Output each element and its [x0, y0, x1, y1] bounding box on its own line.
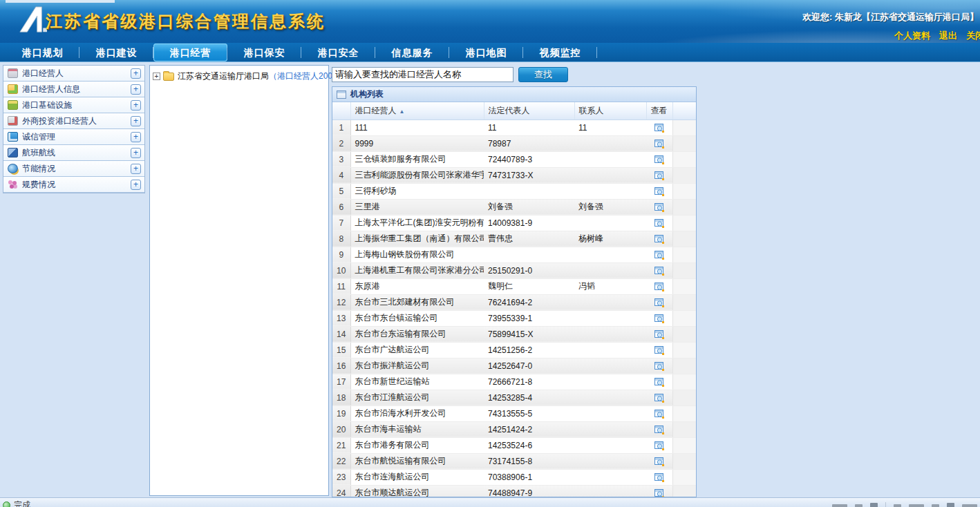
view-details-icon[interactable]: [654, 218, 665, 229]
table-row[interactable]: 14 东台市台东运输有限公司 75899415-X: [332, 326, 696, 342]
banner-link[interactable]: 个人资料: [894, 30, 930, 42]
nav-tab[interactable]: 视频监控: [523, 43, 597, 62]
sidebar-item[interactable]: 港口经营人 +: [3, 66, 144, 82]
view-details-icon[interactable]: [654, 313, 665, 324]
view-details-icon[interactable]: [654, 154, 665, 165]
row-spacer: [672, 119, 696, 135]
table-row[interactable]: 12 东台市三北郊建材有限公司 76241694-2: [332, 294, 696, 310]
view-details-icon[interactable]: [654, 249, 665, 260]
view-details-icon[interactable]: [654, 233, 665, 245]
cell-legal-rep: 14251256-2: [484, 342, 574, 358]
table-row[interactable]: 8 上海振华重工集团（南通）有限公司 曹伟忠 杨树峰: [332, 231, 696, 247]
table-row[interactable]: 18 东台市江淮航运公司 14253285-4: [332, 390, 696, 405]
table-row[interactable]: 24 东台市顺达航运公司 74488947-9: [332, 485, 696, 497]
column-header-view[interactable]: 查看: [646, 102, 672, 119]
nav-tab[interactable]: 港口保安: [227, 43, 301, 62]
cell-contact: [574, 294, 646, 310]
table-row[interactable]: 20 东台市海丰运输站 14251424-2: [332, 421, 696, 437]
table-row[interactable]: 2 9999 78987: [332, 135, 696, 151]
table-row[interactable]: 10 上海港机重工有限公司张家港分公司 25150291-0: [332, 262, 696, 278]
view-details-icon[interactable]: [654, 376, 665, 388]
expand-plus-button[interactable]: +: [131, 100, 141, 111]
sidebar-item[interactable]: 港口基础设施 +: [3, 97, 144, 113]
expand-plus-button[interactable]: +: [131, 148, 141, 158]
view-details-icon[interactable]: [654, 424, 665, 435]
search-button[interactable]: 查找: [518, 67, 568, 82]
row-spacer: [672, 199, 696, 215]
taskbar-icon: [894, 504, 901, 507]
taskbar-icon: [832, 504, 847, 507]
view-details-icon[interactable]: [654, 408, 665, 419]
table-row[interactable]: 7 上海太平洋化工(集团)淮安元明粉有... 14009381-9: [332, 215, 696, 231]
view-details-icon[interactable]: [654, 122, 665, 133]
expand-plus-button[interactable]: +: [131, 84, 141, 95]
view-details-icon[interactable]: [654, 361, 665, 372]
nav-tab[interactable]: 港口建设: [79, 43, 153, 62]
app-logo-icon: [18, 6, 47, 39]
table-row[interactable]: 16 东台市振洋航运公司 14252647-0: [332, 358, 696, 374]
nav-tab[interactable]: 港口经营: [153, 44, 227, 61]
table-row[interactable]: 3 三仓镇装卸服务有限公司 72440789-3: [332, 151, 696, 167]
view-details-icon[interactable]: [654, 456, 665, 467]
view-details-icon[interactable]: [654, 170, 665, 181]
view-details-icon[interactable]: [654, 281, 665, 292]
nav-tab[interactable]: 港口规划: [6, 43, 79, 62]
cell-legal-rep: 75899415-X: [484, 326, 574, 342]
nav-tab[interactable]: 信息服务: [375, 43, 449, 62]
table-row[interactable]: 5 三得利砂场: [332, 183, 696, 199]
view-details-icon[interactable]: [654, 329, 665, 340]
sidebar-item[interactable]: 规费情况 +: [3, 177, 144, 193]
table-row[interactable]: 11 东原港 魏明仁 冯韬: [332, 278, 696, 294]
table-row[interactable]: 1 111 11 11: [332, 119, 696, 135]
sidebar-item[interactable]: 外商投资港口经营人 +: [3, 113, 144, 129]
sidebar-item[interactable]: 航班航线 +: [3, 145, 144, 161]
cell-operator-name: 东台市振洋航运公司: [350, 358, 484, 374]
column-header-legal-rep[interactable]: 法定代表人: [484, 102, 574, 119]
table-row[interactable]: 15 东台市广达航运公司 14251256-2: [332, 342, 696, 358]
sidebar-item[interactable]: 诚信管理 +: [3, 129, 144, 145]
view-details-icon[interactable]: [654, 488, 665, 498]
view-details-icon[interactable]: [654, 440, 665, 451]
banner-link[interactable]: 关闭: [966, 30, 980, 42]
table-row[interactable]: 6 三里港 刘备强 刘备强: [332, 199, 696, 215]
tree-root-node[interactable]: + 江苏省交通运输厅港口局 （港口经营人2007）: [150, 66, 328, 82]
view-details-icon[interactable]: [654, 392, 665, 403]
banner-link[interactable]: 退出: [939, 30, 957, 42]
table-row[interactable]: 21 东台市港务有限公司 14253524-6: [332, 437, 696, 453]
view-details-icon[interactable]: [654, 138, 665, 149]
expand-plus-button[interactable]: +: [131, 164, 141, 174]
expand-plus-button[interactable]: +: [131, 132, 141, 142]
row-spacer: [672, 421, 696, 437]
expand-plus-button[interactable]: +: [131, 180, 141, 190]
sidebar-item[interactable]: 节能情况 +: [3, 161, 144, 177]
view-details-icon[interactable]: [654, 345, 665, 356]
tree-expand-icon[interactable]: +: [153, 73, 160, 80]
expand-plus-button[interactable]: +: [131, 116, 141, 126]
view-details-icon[interactable]: [654, 297, 665, 308]
table-row[interactable]: 23 东台市连海航运公司 70388906-1: [332, 469, 696, 485]
table-row[interactable]: 13 东台市东台镇运输公司 73955339-1: [332, 310, 696, 326]
column-header-contact[interactable]: 联系人: [574, 102, 646, 119]
view-details-icon[interactable]: [654, 186, 665, 197]
search-input[interactable]: [332, 67, 513, 82]
taskbar-separator: [885, 502, 886, 507]
nav-tab[interactable]: 港口安全: [301, 43, 375, 62]
table-row[interactable]: 9 上海梅山钢铁股份有限公司: [332, 247, 696, 262]
row-number: 4: [332, 167, 350, 183]
view-details-icon[interactable]: [654, 265, 665, 276]
view-details-icon[interactable]: [654, 202, 665, 213]
expand-plus-button[interactable]: +: [131, 68, 141, 79]
table-row[interactable]: 4 三吉利能源股份有限公司张家港华宇... 74731733-X: [332, 167, 696, 183]
table-row[interactable]: 22 东台市航悦运输有限公司 73174155-8: [332, 453, 696, 469]
cell-operator-name: 上海太平洋化工(集团)淮安元明粉有...: [350, 215, 484, 231]
nav-tab[interactable]: 港口地图: [449, 43, 523, 62]
table-row[interactable]: 19 东台市沿海水利开发公司 74313555-5: [332, 405, 696, 421]
taskbar-icon: [870, 503, 878, 507]
row-number: 5: [332, 183, 350, 199]
sidebar-item[interactable]: 港口经营人信息 +: [3, 82, 144, 97]
cell-view: [646, 151, 672, 167]
row-number: 19: [332, 405, 350, 421]
column-header-operator[interactable]: 港口经营人▲: [350, 102, 484, 119]
table-row[interactable]: 17 东台市新世纪运输站 72666721-8: [332, 374, 696, 390]
view-details-icon[interactable]: [654, 472, 665, 483]
